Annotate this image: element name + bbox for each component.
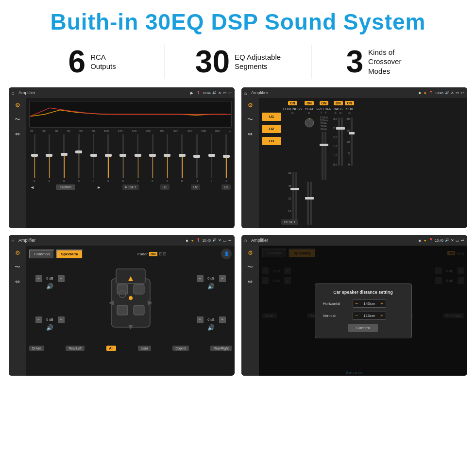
speaker-arrows-icon[interactable]: ⇔ xyxy=(15,278,20,285)
amp-cutfreq-track2[interactable] xyxy=(324,132,326,180)
amp-home-icon[interactable]: ⌂ xyxy=(244,90,247,96)
distance-settings-icon[interactable]: ⚙ xyxy=(248,249,253,256)
eq-slider-3[interactable]: 5 xyxy=(74,134,83,183)
speaker-tr-minus[interactable]: − xyxy=(197,275,204,282)
amp-status: 📍 10:45 🔊 ✕ ▭ ↩ xyxy=(429,91,464,95)
dialog-vertical-minus[interactable]: − xyxy=(353,312,361,319)
eq-slider-1[interactable]: 0 xyxy=(45,134,53,183)
amp-phat-track1[interactable] xyxy=(307,182,309,225)
dialog-vertical-value: 110cm xyxy=(360,313,378,319)
amp-phat-track2[interactable] xyxy=(310,182,312,225)
amp-cutfreq-on[interactable]: ON xyxy=(320,101,329,105)
eq-slider-11[interactable]: -1 xyxy=(192,134,201,183)
distance-home-icon[interactable]: ⌂ xyxy=(244,238,247,243)
distance-window-icon[interactable]: ▭ xyxy=(456,238,459,243)
svg-point-0 xyxy=(305,118,314,127)
speaker-br-minus[interactable]: − xyxy=(197,316,204,323)
speaker-bottom-buttons: Driver RearLeft All User Copilot RearRig… xyxy=(29,346,232,351)
amp-sub-on[interactable]: ON xyxy=(345,101,354,105)
eq-window-icon[interactable]: ▭ xyxy=(223,91,227,95)
eq-left-sidebar: ⚙ 〜 ⇔ xyxy=(9,98,26,228)
btn-driver[interactable]: Driver xyxy=(29,346,44,351)
speaker-bl-minus[interactable]: − xyxy=(35,316,42,323)
speaker-bl-plus[interactable]: + xyxy=(58,316,65,323)
btn-user[interactable]: User xyxy=(138,346,151,351)
speaker-home-icon[interactable]: ⌂ xyxy=(12,238,15,243)
amp-sub-track[interactable] xyxy=(351,117,353,166)
eq-slider-5[interactable]: 0 xyxy=(104,134,113,183)
dialog-vertical-plus[interactable]: + xyxy=(378,312,386,319)
speaker-back-icon[interactable]: ↩ xyxy=(228,238,232,243)
speaker-tl-control: − 0 dB + xyxy=(35,275,65,282)
distance-back-icon[interactable]: ↩ xyxy=(461,238,464,243)
speaker-br-plus[interactable]: + xyxy=(219,316,226,323)
eq-slider-0[interactable]: 0 xyxy=(30,134,39,183)
amp-settings-icon[interactable]: ⚙ xyxy=(248,102,253,109)
dialog-horizontal-plus[interactable]: + xyxy=(378,300,386,307)
tab-common[interactable]: Common xyxy=(29,249,54,259)
speaker-tl-minus[interactable]: − xyxy=(35,275,42,282)
eq-slider-12[interactable]: 0 xyxy=(207,134,216,183)
eq-slider-13[interactable]: -1 xyxy=(222,134,231,183)
distance-wave-icon[interactable]: 〜 xyxy=(247,263,253,271)
eq-settings-icon[interactable]: ⚙ xyxy=(15,102,20,109)
amp-x-icon[interactable]: ✕ xyxy=(451,91,454,95)
eq-u3-button[interactable]: U3 xyxy=(221,184,231,190)
dialog-horizontal-minus[interactable]: − xyxy=(353,300,361,307)
amp-window-icon[interactable]: ▭ xyxy=(456,91,459,95)
amp-bass-track1[interactable] xyxy=(338,117,340,166)
speaker-tl-plus[interactable]: + xyxy=(58,275,65,282)
amp-u2-button[interactable]: U2 xyxy=(262,125,281,133)
eq-slider-9[interactable]: 0 xyxy=(163,134,171,183)
distance-arrows-icon[interactable]: ⇔ xyxy=(248,278,253,285)
amp-u1-button[interactable]: U1 xyxy=(262,113,281,121)
amp-loudness-on[interactable]: ON xyxy=(288,101,297,105)
eq-reset-button[interactable]: RESET xyxy=(122,184,138,190)
speaker-window-icon[interactable]: ▭ xyxy=(223,238,227,243)
eq-slider-8[interactable]: 0 xyxy=(148,134,157,183)
btn-rearright[interactable]: RearRight xyxy=(210,346,232,351)
eq-x-icon[interactable]: ✕ xyxy=(218,91,221,95)
amp-bass-on[interactable]: ON xyxy=(334,101,343,105)
amp-reset-button[interactable]: RESET xyxy=(281,219,298,225)
eq-back-arrow[interactable]: ◄ xyxy=(30,185,34,190)
speaker-br-val: 0 dB xyxy=(204,318,218,321)
eq-forward-arrow[interactable]: ► xyxy=(97,185,101,190)
amp-wave-icon[interactable]: 〜 xyxy=(247,116,253,124)
tab-specialty[interactable]: Specialty xyxy=(56,249,83,259)
eq-slider-4[interactable]: 0 xyxy=(89,134,98,183)
speaker-settings-icon[interactable]: ⚙ xyxy=(15,249,20,256)
amp-bass-track2[interactable] xyxy=(341,117,343,166)
amp-cutfreq-track1[interactable] xyxy=(322,132,323,180)
amp-phat-knob[interactable] xyxy=(304,117,315,130)
speaker-tr-plus[interactable]: + xyxy=(219,275,226,282)
eq-slider-10[interactable]: 0 xyxy=(178,134,187,183)
amp-back-icon[interactable]: ↩ xyxy=(461,91,464,95)
btn-copilot[interactable]: Copilot xyxy=(172,346,189,351)
eq-slider-6[interactable]: 0 xyxy=(119,134,127,183)
fader-sliders-icon[interactable]: ⊟⊟ xyxy=(159,251,167,256)
stat-eq-number: 30 xyxy=(195,46,230,77)
amp-phat-on[interactable]: ON xyxy=(305,101,314,105)
dialog-confirm-button[interactable]: Confirm xyxy=(348,324,377,332)
speaker-wave-icon[interactable]: 〜 xyxy=(15,263,20,271)
eq-back-icon[interactable]: ↩ xyxy=(228,91,232,95)
eq-freq-32: 32 xyxy=(42,130,46,133)
amp-u3-button[interactable]: U3 xyxy=(262,137,281,145)
eq-u2-button[interactable]: U2 xyxy=(191,184,200,190)
home-icon[interactable]: ⌂ xyxy=(12,90,15,96)
btn-all[interactable]: All xyxy=(106,346,117,351)
distance-x-icon[interactable]: ✕ xyxy=(451,238,454,243)
eq-expand-icon[interactable]: » xyxy=(229,130,231,133)
fader-on-badge[interactable]: ON xyxy=(149,252,157,256)
eq-slider-7[interactable]: 0 xyxy=(134,134,142,183)
eq-arrows-icon[interactable]: ⇔ xyxy=(15,131,20,137)
eq-wave-icon[interactable]: 〜 xyxy=(15,116,20,124)
amp-arrows-icon[interactable]: ⇔ xyxy=(248,131,253,137)
speaker-time: 10:46 xyxy=(202,239,211,242)
btn-rearleft[interactable]: RearLeft xyxy=(66,346,85,351)
speaker-x-icon[interactable]: ✕ xyxy=(218,238,221,243)
eq-val-13: -1 xyxy=(225,180,227,183)
eq-u1-button[interactable]: U1 xyxy=(160,184,170,190)
eq-slider-2[interactable]: 0 xyxy=(60,134,68,183)
